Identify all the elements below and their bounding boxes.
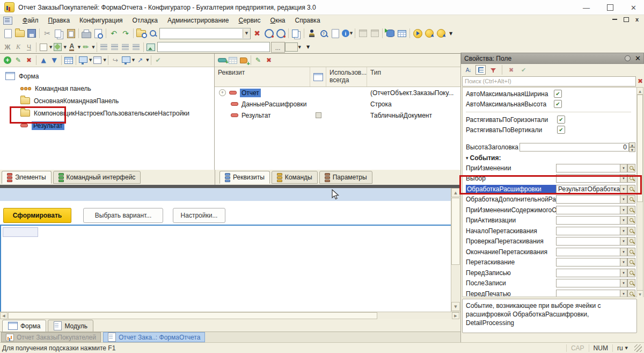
horizontal-scroll-thumb[interactable] — [8, 312, 377, 319]
screen-mode-button[interactable] — [121, 55, 131, 66]
magnifier-icon[interactable] — [627, 206, 635, 214]
align-justify-button[interactable] — [131, 42, 142, 52]
chevron-down-icon[interactable] — [620, 195, 627, 204]
scroll-right-icon[interactable]: ▶ — [452, 312, 459, 319]
magnifier-icon[interactable] — [627, 227, 635, 235]
resize-mode-button[interactable]: ↗ — [135, 55, 145, 66]
horizontal-scrollbar[interactable]: ◀ ▶ — [0, 312, 460, 320]
settings-button[interactable]: Настройки... — [173, 208, 225, 223]
scroll-up-icon[interactable]: ▲ — [637, 88, 643, 95]
delete-element-button[interactable]: ✖ — [24, 55, 34, 66]
resize-grip-icon[interactable] — [634, 344, 642, 352]
toolbar2-overflow-icon[interactable]: ▼ — [306, 45, 310, 49]
rotate-button[interactable]: ↪ — [110, 55, 121, 66]
menu-administration[interactable]: Администрирование — [163, 16, 233, 25]
menu-service[interactable]: Сервис — [233, 16, 265, 25]
event-value-field[interactable] — [556, 248, 620, 256]
header-height-field[interactable]: 0 — [519, 143, 629, 152]
tab-elements[interactable]: Элементы — [2, 171, 52, 184]
event-row-selection[interactable]: Выбор — [466, 174, 636, 184]
fill-color-button[interactable] — [52, 42, 63, 52]
db-table-button[interactable] — [396, 27, 408, 39]
add-table-attribute-button[interactable] — [228, 55, 238, 66]
underline-button[interactable]: Ч — [24, 42, 34, 52]
chevron-down-icon[interactable] — [620, 258, 627, 266]
event-value-field[interactable] — [556, 279, 620, 287]
event-row-drag-check[interactable]: ПроверкаПеретаскивания — [466, 236, 636, 247]
magnifier-icon[interactable] — [627, 248, 635, 256]
close-configuration-button[interactable] — [369, 27, 380, 39]
syntax-check-button[interactable]: ? — [318, 27, 330, 39]
attribute-row-result[interactable]: Результат ТабличныйДокумент — [215, 110, 460, 121]
move-up-button[interactable]: ▲ — [38, 55, 49, 66]
column-type[interactable]: Тип — [367, 67, 460, 87]
chevron-down-icon[interactable] — [620, 248, 627, 256]
magnifier-icon[interactable] — [627, 258, 635, 266]
event-value-field[interactable] — [556, 206, 620, 214]
edit-element-button[interactable]: ✎ — [13, 55, 24, 66]
magnifier-icon[interactable] — [627, 174, 635, 183]
sort-alphabetical-button[interactable] — [463, 65, 473, 75]
add-attribute-button[interactable] — [217, 55, 228, 66]
apply-button[interactable]: ✔ — [153, 55, 164, 66]
global-search-button[interactable] — [135, 27, 147, 39]
event-row-drag-start[interactable]: НачалоПеретаскивания — [466, 226, 636, 236]
menu-help[interactable]: Справка — [290, 16, 325, 25]
stepper-buttons[interactable]: ▲▼ — [629, 142, 635, 152]
more-options-button[interactable]: ... — [271, 42, 285, 53]
event-value-field[interactable] — [556, 216, 620, 225]
magnifier-icon[interactable] — [627, 164, 635, 172]
properties-close-icon[interactable]: ✕ — [635, 54, 641, 62]
tab-attributes[interactable]: Реквизиты — [219, 171, 270, 184]
toolbar-overflow-icon[interactable]: ▼ — [449, 31, 452, 36]
bold-button[interactable]: Ж — [2, 42, 13, 52]
menu-windows[interactable]: Окна — [266, 16, 290, 25]
generate-button[interactable]: Сформировать — [3, 208, 71, 223]
column-use-always[interactable]: Использов... всегда — [326, 67, 367, 87]
copy-button[interactable] — [53, 27, 65, 39]
redo-button[interactable]: ↷ — [120, 27, 131, 39]
chevron-down-icon[interactable] — [620, 279, 627, 287]
menu-debug[interactable]: Отладка — [128, 16, 163, 25]
event-row-onchange[interactable]: ПриИзменении — [466, 163, 636, 174]
tree-item-form[interactable]: Форма — [0, 70, 214, 82]
menu-edit[interactable]: Правка — [43, 16, 75, 25]
info-button[interactable]: i▼ — [341, 27, 353, 39]
chevron-down-icon[interactable]: ▼ — [103, 58, 106, 62]
property-row[interactable]: ВысотаЗаголовка 0 ▲▼ — [466, 142, 636, 153]
event-value-field[interactable] — [556, 174, 620, 183]
new-document-button[interactable] — [2, 27, 14, 39]
search-combobox[interactable]: ▼ — [159, 28, 251, 39]
print-button[interactable] — [80, 27, 92, 39]
scroll-down-icon[interactable]: ▼ — [451, 302, 460, 311]
undo-button[interactable]: ↶ — [108, 27, 120, 39]
format-text-input[interactable] — [157, 42, 270, 52]
expand-icon[interactable]: + — [219, 89, 226, 96]
magnifier-icon[interactable] — [627, 185, 635, 193]
chevron-down-icon[interactable]: ▼ — [298, 45, 301, 49]
text-color-button[interactable]: А — [67, 42, 77, 52]
mdi-close-icon[interactable]: x — [635, 16, 639, 23]
checkbox-checked[interactable]: ✔ — [557, 126, 565, 134]
borders-button[interactable] — [38, 42, 49, 52]
language-indicator[interactable]: ru▼ — [612, 344, 632, 352]
pin-icon[interactable] — [625, 55, 631, 61]
chevron-down-icon[interactable] — [620, 290, 627, 297]
tab-form[interactable]: Форма — [2, 320, 46, 332]
menu-file[interactable]: Файл — [18, 16, 43, 25]
align-right-button[interactable] — [120, 42, 131, 52]
attribute-row-report[interactable]: + Отчет (ОтчетОбъект.ЗаказыПоку... — [215, 87, 460, 98]
mdi-minimize-icon[interactable] — [612, 19, 617, 20]
add-column-button[interactable] — [238, 55, 249, 66]
event-value-field[interactable]: РезультатОбработкаР — [556, 185, 620, 193]
magnifier-icon[interactable] — [627, 290, 635, 297]
magnifier-icon[interactable] — [627, 279, 635, 287]
properties-search-input[interactable] — [462, 76, 636, 87]
discard-button[interactable]: ✖ — [506, 65, 516, 75]
event-value-field[interactable] — [556, 237, 620, 246]
chevron-down-icon[interactable] — [620, 185, 627, 193]
tab-command-interface[interactable]: Командный интерфейс — [53, 171, 141, 184]
clear-search-button[interactable]: ✖ — [251, 27, 263, 39]
chevron-down-icon[interactable] — [620, 237, 627, 246]
scroll-left-icon[interactable]: ◀ — [0, 312, 8, 319]
